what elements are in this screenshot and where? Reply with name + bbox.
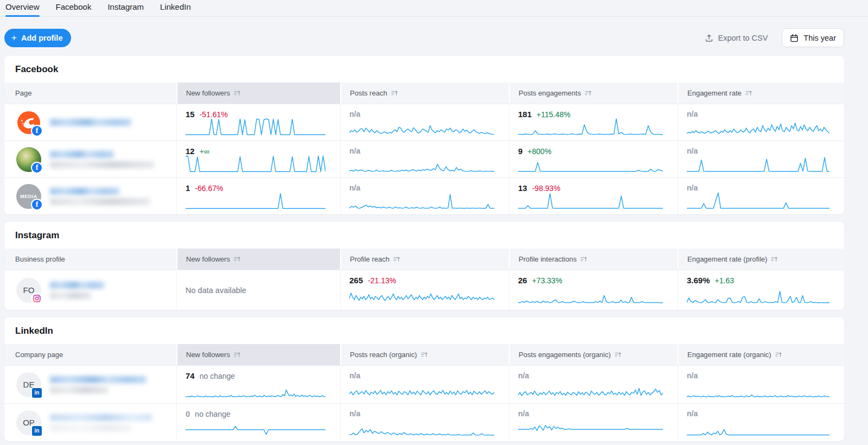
sparkline-chart	[687, 154, 829, 173]
add-profile-label: Add profile	[21, 34, 63, 42]
calendar-icon	[790, 34, 799, 42]
metric-new-followers: 15-51.61%	[176, 104, 340, 141]
metric-new-followers: 74no change	[176, 366, 340, 403]
sparkline-chart	[186, 190, 326, 209]
sort-icon	[393, 256, 400, 263]
sparkline-chart	[518, 117, 663, 136]
sparkline-chart	[687, 117, 829, 136]
facebook-badge-icon: f	[31, 199, 43, 211]
plus-icon: +	[11, 33, 17, 42]
metric-profile-reach: 265-21.13%	[340, 270, 509, 310]
column-header-engagement-rate-profile[interactable]: Engagement rate (profile)	[678, 249, 844, 270]
export-label: Export to CSV	[718, 34, 768, 42]
sparkline-chart	[349, 417, 494, 436]
sparkline-chart	[518, 285, 663, 304]
export-upload-icon	[705, 34, 713, 42]
sort-icon	[745, 90, 752, 97]
metric-posts-reach: n/a	[340, 178, 509, 214]
instagram-table-header: Business profile New followers Profile r…	[4, 249, 844, 270]
table-row: OP in 0no change n/a n/a n/a	[4, 403, 844, 441]
column-header-profile-interactions[interactable]: Profile interactions	[509, 249, 678, 270]
profile-cell[interactable]: f	[4, 104, 176, 141]
sparkline-chart	[518, 417, 663, 436]
metric-new-followers: 12+∞	[176, 141, 340, 177]
sort-icon	[771, 256, 778, 263]
sparkline-chart	[687, 379, 829, 398]
redacted-profile-subtitle	[50, 161, 154, 168]
sort-icon	[615, 351, 622, 358]
redacted-profile-subtitle	[50, 292, 91, 299]
column-header-new-followers[interactable]: New followers	[176, 249, 340, 270]
sparkline-chart	[349, 285, 494, 304]
column-header-posts-engagements[interactable]: Posts engagements	[509, 82, 678, 104]
column-header-new-followers[interactable]: New followers	[176, 344, 340, 365]
profile-cell[interactable]: MEDIA f	[4, 178, 176, 214]
metric-posts-engagements: 13-98.93%	[509, 178, 678, 214]
profile-cell[interactable]: DE in	[4, 366, 176, 403]
profile-cell[interactable]: f	[4, 141, 176, 177]
redacted-profile-subtitle	[50, 198, 150, 205]
profile-cell[interactable]: OP in	[4, 404, 176, 441]
profile-cell[interactable]: FO	[4, 270, 176, 310]
redacted-profile-name	[50, 188, 119, 195]
linkedin-badge-icon: in	[31, 387, 43, 399]
linkedin-table-header: Company page New followers Posts reach (…	[4, 344, 844, 365]
profile-avatar-semrush: f	[16, 110, 41, 135]
sparkline-chart	[687, 417, 829, 436]
metric-new-followers: 1-66.67%	[176, 178, 340, 214]
table-row: f 15-51.61% n/a 181+115.48% n/a	[4, 104, 844, 141]
table-row: DE in 74no change n/a n/a n/a	[4, 365, 844, 403]
column-header-posts-reach-organic[interactable]: Posts reach (organic)	[340, 344, 509, 365]
metric-new-followers: 0no change	[176, 404, 340, 441]
export-to-csv-button[interactable]: Export to CSV	[705, 34, 768, 42]
redacted-profile-name	[50, 282, 104, 289]
metric-engagement-rate-organic: n/a	[678, 404, 844, 441]
sort-icon	[234, 351, 241, 358]
metric-delta: +1.63	[715, 276, 734, 285]
linkedin-badge-icon: in	[31, 425, 43, 437]
metric-posts-engagements-organic: n/a	[509, 366, 678, 403]
facebook-section-card: Facebook Page New followers Posts reach …	[4, 56, 844, 214]
redacted-profile-name	[50, 151, 114, 158]
metric-engagement-rate: n/a	[678, 178, 844, 214]
facebook-table-header: Page New followers Posts reach Posts eng…	[4, 82, 844, 104]
sort-icon	[775, 351, 782, 358]
section-title-instagram: Instagram	[4, 222, 844, 249]
sparkline-chart	[186, 154, 326, 173]
sparkline-chart	[349, 154, 494, 173]
date-range-label: This year	[803, 34, 836, 42]
sort-icon	[234, 256, 241, 263]
table-row: MEDIA f 1-66.67% n/a 13-98.93% n/a	[4, 177, 844, 214]
column-header-posts-engagements-organic[interactable]: Posts engagements (organic)	[509, 344, 678, 365]
sparkline-chart	[186, 117, 326, 136]
column-header-posts-reach[interactable]: Posts reach	[340, 82, 509, 104]
profile-avatar-initials: OP in	[16, 410, 41, 435]
column-header-engagement-rate[interactable]: Engagement rate	[678, 82, 844, 104]
metric-delta: +73.33%	[532, 276, 563, 285]
column-header-new-followers[interactable]: New followers	[176, 82, 340, 104]
tab-instagram[interactable]: Instagram	[107, 2, 144, 16]
metric-posts-reach-organic: n/a	[340, 366, 509, 403]
column-header-profile-reach[interactable]: Profile reach	[340, 249, 509, 270]
sparkline-chart	[518, 190, 663, 209]
tab-overview[interactable]: Overview	[5, 2, 40, 16]
sort-icon	[234, 90, 241, 97]
metric-profile-interactions: 26+73.33%	[509, 270, 678, 310]
date-range-button[interactable]: This year	[782, 28, 844, 47]
metric-posts-reach: n/a	[340, 104, 509, 141]
metric-engagement-rate: n/a	[678, 104, 844, 141]
table-row: f 12+∞ n/a 9+800% n/a	[4, 141, 844, 177]
tab-linkedin[interactable]: LinkedIn	[160, 2, 191, 16]
metric-engagement-rate-profile: 3.69%+1.63	[678, 270, 844, 310]
column-header-page: Page	[4, 82, 176, 104]
sort-icon	[391, 90, 398, 97]
column-header-engagement-rate-organic[interactable]: Engagement rate (organic)	[678, 344, 844, 365]
metric-delta: -21.13%	[368, 276, 396, 285]
section-title-linkedin: LinkedIn	[4, 317, 844, 344]
sparkline-chart	[349, 379, 494, 398]
add-profile-button[interactable]: + Add profile	[4, 29, 71, 47]
facebook-badge-icon: f	[31, 125, 43, 137]
tab-facebook[interactable]: Facebook	[56, 2, 92, 16]
sort-icon	[585, 90, 592, 97]
linkedin-section-card: LinkedIn Company page New followers Post…	[4, 317, 844, 441]
